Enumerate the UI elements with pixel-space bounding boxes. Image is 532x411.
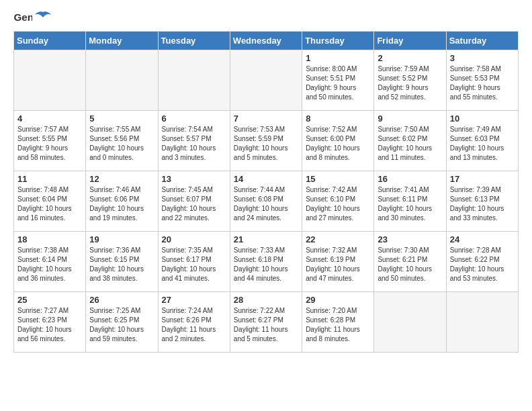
calendar-header-row: SundayMondayTuesdayWednesdayThursdayFrid… (14, 32, 519, 50)
calendar-cell: 20Sunrise: 7:35 AM Sunset: 6:17 PM Dayli… (158, 232, 230, 292)
day-info: Sunrise: 7:49 AM Sunset: 6:03 PM Dayligh… (450, 125, 515, 163)
calendar-cell: 23Sunrise: 7:30 AM Sunset: 6:21 PM Dayli… (374, 232, 446, 292)
day-info: Sunrise: 7:33 AM Sunset: 6:18 PM Dayligh… (234, 246, 298, 283)
day-info: Sunrise: 7:46 AM Sunset: 6:06 PM Dayligh… (89, 185, 154, 223)
day-number: 25 (17, 295, 82, 305)
day-info: Sunrise: 8:00 AM Sunset: 5:51 PM Dayligh… (306, 64, 370, 102)
page-header: General (13, 11, 519, 26)
calendar-cell (230, 50, 302, 111)
day-info: Sunrise: 7:41 AM Sunset: 6:11 PM Dayligh… (378, 185, 442, 223)
calendar-cell (374, 292, 446, 353)
svg-text:General: General (13, 11, 32, 23)
calendar-cell: 1Sunrise: 8:00 AM Sunset: 5:51 PM Daylig… (302, 50, 374, 111)
day-info: Sunrise: 7:50 AM Sunset: 6:02 PM Dayligh… (378, 125, 442, 163)
day-info: Sunrise: 7:48 AM Sunset: 6:04 PM Dayligh… (17, 185, 82, 223)
weekday-header-saturday: Saturday (446, 32, 518, 50)
calendar-cell: 18Sunrise: 7:38 AM Sunset: 6:14 PM Dayli… (14, 232, 86, 292)
logo-icon: General (13, 11, 32, 26)
calendar-cell: 3Sunrise: 7:58 AM Sunset: 5:53 PM Daylig… (446, 50, 518, 111)
day-number: 23 (378, 234, 442, 244)
day-number: 20 (162, 234, 226, 244)
day-info: Sunrise: 7:42 AM Sunset: 6:10 PM Dayligh… (306, 185, 370, 223)
day-info: Sunrise: 7:39 AM Sunset: 6:13 PM Dayligh… (450, 185, 515, 223)
day-number: 11 (17, 174, 82, 184)
calendar-cell: 28Sunrise: 7:22 AM Sunset: 6:27 PM Dayli… (230, 292, 302, 353)
day-number: 26 (89, 295, 154, 305)
calendar-cell: 11Sunrise: 7:48 AM Sunset: 6:04 PM Dayli… (14, 171, 86, 232)
day-number: 9 (378, 113, 442, 124)
calendar-cell: 10Sunrise: 7:49 AM Sunset: 6:03 PM Dayli… (446, 111, 518, 171)
logo: General (13, 11, 51, 26)
day-info: Sunrise: 7:36 AM Sunset: 6:15 PM Dayligh… (89, 246, 154, 283)
day-number: 27 (162, 295, 226, 305)
day-number: 5 (89, 113, 154, 124)
calendar-cell (446, 292, 518, 353)
calendar-cell: 19Sunrise: 7:36 AM Sunset: 6:15 PM Dayli… (86, 232, 158, 292)
calendar-cell: 27Sunrise: 7:24 AM Sunset: 6:26 PM Dayli… (158, 292, 230, 353)
weekday-header-monday: Monday (86, 32, 158, 50)
calendar-cell: 7Sunrise: 7:53 AM Sunset: 5:59 PM Daylig… (230, 111, 302, 171)
calendar-week-row: 4Sunrise: 7:57 AM Sunset: 5:55 PM Daylig… (14, 111, 519, 171)
day-number: 12 (89, 174, 154, 184)
day-info: Sunrise: 7:52 AM Sunset: 6:00 PM Dayligh… (306, 125, 370, 163)
weekday-header-wednesday: Wednesday (230, 32, 302, 50)
day-number: 19 (89, 234, 154, 244)
day-info: Sunrise: 7:20 AM Sunset: 6:28 PM Dayligh… (306, 306, 370, 344)
day-number: 14 (234, 174, 298, 184)
day-number: 6 (162, 113, 226, 124)
calendar-cell: 21Sunrise: 7:33 AM Sunset: 6:18 PM Dayli… (230, 232, 302, 292)
logo-bird-icon (35, 11, 51, 26)
day-number: 7 (234, 113, 298, 124)
calendar-cell: 26Sunrise: 7:25 AM Sunset: 6:25 PM Dayli… (86, 292, 158, 353)
calendar-cell: 6Sunrise: 7:54 AM Sunset: 5:57 PM Daylig… (158, 111, 230, 171)
day-number: 17 (450, 174, 515, 184)
calendar-cell: 22Sunrise: 7:32 AM Sunset: 6:19 PM Dayli… (302, 232, 374, 292)
day-info: Sunrise: 7:54 AM Sunset: 5:57 PM Dayligh… (162, 125, 226, 163)
calendar-cell: 2Sunrise: 7:59 AM Sunset: 5:52 PM Daylig… (374, 50, 446, 111)
day-number: 3 (450, 53, 515, 63)
calendar-cell: 13Sunrise: 7:45 AM Sunset: 6:07 PM Dayli… (158, 171, 230, 232)
calendar-cell: 12Sunrise: 7:46 AM Sunset: 6:06 PM Dayli… (86, 171, 158, 232)
day-info: Sunrise: 7:55 AM Sunset: 5:56 PM Dayligh… (89, 125, 154, 163)
calendar-cell: 9Sunrise: 7:50 AM Sunset: 6:02 PM Daylig… (374, 111, 446, 171)
calendar-cell: 5Sunrise: 7:55 AM Sunset: 5:56 PM Daylig… (86, 111, 158, 171)
calendar-cell (158, 50, 230, 111)
calendar-cell: 29Sunrise: 7:20 AM Sunset: 6:28 PM Dayli… (302, 292, 374, 353)
calendar-cell (86, 50, 158, 111)
day-number: 15 (306, 174, 370, 184)
day-number: 18 (17, 234, 82, 244)
day-info: Sunrise: 7:22 AM Sunset: 6:27 PM Dayligh… (234, 306, 298, 344)
day-number: 1 (306, 53, 370, 63)
calendar-cell: 14Sunrise: 7:44 AM Sunset: 6:08 PM Dayli… (230, 171, 302, 232)
calendar-cell: 24Sunrise: 7:28 AM Sunset: 6:22 PM Dayli… (446, 232, 518, 292)
calendar-cell (14, 50, 86, 111)
day-info: Sunrise: 7:44 AM Sunset: 6:08 PM Dayligh… (234, 185, 298, 223)
day-info: Sunrise: 7:32 AM Sunset: 6:19 PM Dayligh… (306, 246, 370, 283)
day-info: Sunrise: 7:57 AM Sunset: 5:55 PM Dayligh… (17, 125, 82, 163)
day-number: 22 (306, 234, 370, 244)
day-number: 24 (450, 234, 515, 244)
day-info: Sunrise: 7:28 AM Sunset: 6:22 PM Dayligh… (450, 246, 515, 283)
day-info: Sunrise: 7:45 AM Sunset: 6:07 PM Dayligh… (162, 185, 226, 223)
day-info: Sunrise: 7:25 AM Sunset: 6:25 PM Dayligh… (89, 306, 154, 344)
day-number: 29 (306, 295, 370, 305)
calendar-table: SundayMondayTuesdayWednesdayThursdayFrid… (13, 31, 519, 353)
calendar-week-row: 18Sunrise: 7:38 AM Sunset: 6:14 PM Dayli… (14, 232, 519, 292)
day-number: 2 (378, 53, 442, 63)
calendar-cell: 15Sunrise: 7:42 AM Sunset: 6:10 PM Dayli… (302, 171, 374, 232)
calendar-cell: 17Sunrise: 7:39 AM Sunset: 6:13 PM Dayli… (446, 171, 518, 232)
day-number: 8 (306, 113, 370, 124)
calendar-week-row: 25Sunrise: 7:27 AM Sunset: 6:23 PM Dayli… (14, 292, 519, 353)
calendar-week-row: 1Sunrise: 8:00 AM Sunset: 5:51 PM Daylig… (14, 50, 519, 111)
day-number: 4 (17, 113, 82, 124)
day-info: Sunrise: 7:35 AM Sunset: 6:17 PM Dayligh… (162, 246, 226, 283)
calendar-cell: 4Sunrise: 7:57 AM Sunset: 5:55 PM Daylig… (14, 111, 86, 171)
calendar-cell: 8Sunrise: 7:52 AM Sunset: 6:00 PM Daylig… (302, 111, 374, 171)
weekday-header-tuesday: Tuesday (158, 32, 230, 50)
day-info: Sunrise: 7:38 AM Sunset: 6:14 PM Dayligh… (17, 246, 82, 283)
weekday-header-thursday: Thursday (302, 32, 374, 50)
weekday-header-friday: Friday (374, 32, 446, 50)
weekday-header-sunday: Sunday (14, 32, 86, 50)
day-number: 28 (234, 295, 298, 305)
day-info: Sunrise: 7:27 AM Sunset: 6:23 PM Dayligh… (17, 306, 82, 344)
